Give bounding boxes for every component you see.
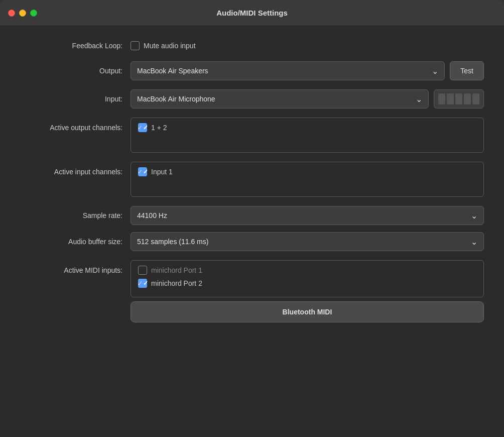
active-input-channels-label: Active input channels: (20, 162, 131, 176)
traffic-lights (8, 10, 37, 17)
output-dropdown-value: MacBook Air Speakers (137, 67, 208, 75)
mute-audio-checkbox[interactable] (131, 41, 140, 50)
midi-input-1-label: minichord Port 1 (151, 266, 202, 274)
feedback-loop-row: Feedback Loop: Mute audio input (20, 41, 484, 50)
midi-section-content: minichord Port 1 ✓ minichord Port 2 Blue… (131, 260, 484, 322)
audio-buffer-size-dropdown[interactable]: 512 samples (11.6 ms) ⌄ (131, 232, 484, 251)
sample-rate-content: 44100 Hz ⌄ (131, 206, 484, 225)
input-channel-item-1: ✓ Input 1 (138, 167, 476, 176)
window-title: Audio/MIDI Settings (216, 9, 288, 17)
active-output-channels-box: ✓ 1 + 2 (131, 118, 484, 153)
active-midi-inputs-row: Active MIDI inputs: minichord Port 1 ✓ m… (20, 260, 484, 322)
sample-rate-dropdown-arrow-icon: ⌄ (471, 211, 477, 221)
bluetooth-midi-button[interactable]: Bluetooth MIDI (131, 301, 484, 322)
input-dropdown-value: MacBook Air Microphone (137, 95, 215, 103)
midi-input-1-checkbox[interactable] (138, 266, 147, 275)
active-midi-inputs-label: Active MIDI inputs: (20, 260, 131, 274)
audio-buffer-size-content: 512 samples (11.6 ms) ⌄ (131, 232, 484, 251)
audio-buffer-size-row: Audio buffer size: 512 samples (11.6 ms)… (20, 232, 484, 251)
mute-audio-checkbox-label[interactable]: Mute audio input (131, 41, 196, 50)
settings-content: Feedback Loop: Mute audio input Output: … (0, 26, 504, 437)
meter-bar-5 (472, 93, 479, 104)
maximize-button[interactable] (30, 10, 37, 17)
input-content: MacBook Air Microphone ⌄ (131, 89, 484, 108)
sample-rate-label: Sample rate: (20, 211, 131, 220)
meter-bar-4 (464, 93, 471, 104)
audio-buffer-size-dropdown-arrow-icon: ⌄ (471, 237, 477, 247)
input-row: Input: MacBook Air Microphone ⌄ (20, 89, 484, 108)
feedback-loop-label: Feedback Loop: (20, 42, 131, 50)
input-dropdown[interactable]: MacBook Air Microphone ⌄ (131, 89, 429, 108)
active-input-channels-row: Active input channels: ✓ Input 1 (20, 162, 484, 197)
midi-input-2-label: minichord Port 2 (151, 279, 202, 287)
active-output-channels-label: Active output channels: (20, 118, 131, 132)
feedback-loop-content: Mute audio input (131, 41, 484, 50)
mute-audio-label: Mute audio input (144, 42, 196, 50)
input-channel-1-label: Input 1 (151, 168, 173, 176)
input-label: Input: (20, 95, 131, 103)
meter-bar-1 (438, 93, 445, 104)
output-dropdown-arrow-icon: ⌄ (432, 66, 438, 76)
level-meter (434, 89, 484, 108)
meter-bar-2 (447, 93, 454, 104)
minimize-button[interactable] (19, 10, 26, 17)
midi-inputs-box: minichord Port 1 ✓ minichord Port 2 (131, 260, 484, 297)
output-content: MacBook Air Speakers ⌄ Test (131, 61, 484, 80)
output-channel-item-1: ✓ 1 + 2 (138, 123, 476, 132)
active-output-channels-content: ✓ 1 + 2 (131, 118, 484, 153)
close-button[interactable] (8, 10, 15, 17)
midi-input-2-checkbox[interactable]: ✓ (138, 279, 147, 288)
test-button[interactable]: Test (450, 61, 484, 80)
active-output-channels-row: Active output channels: ✓ 1 + 2 (20, 118, 484, 153)
output-channel-1-checkbox[interactable]: ✓ (138, 123, 147, 132)
midi-input-item-1: minichord Port 1 (138, 266, 476, 275)
app-window: Audio/MIDI Settings Feedback Loop: Mute … (0, 0, 504, 437)
input-channel-1-checkbox[interactable]: ✓ (138, 167, 147, 176)
output-row: Output: MacBook Air Speakers ⌄ Test (20, 61, 484, 80)
active-input-channels-box: ✓ Input 1 (131, 162, 484, 197)
audio-buffer-size-value: 512 samples (11.6 ms) (137, 238, 208, 246)
input-dropdown-arrow-icon: ⌄ (416, 94, 422, 104)
sample-rate-value: 44100 Hz (137, 211, 167, 220)
output-channel-1-label: 1 + 2 (151, 124, 167, 132)
sample-rate-row: Sample rate: 44100 Hz ⌄ (20, 206, 484, 225)
midi-input-item-2: ✓ minichord Port 2 (138, 279, 476, 288)
meter-bar-3 (455, 93, 462, 104)
active-input-channels-content: ✓ Input 1 (131, 162, 484, 197)
output-label: Output: (20, 67, 131, 75)
audio-buffer-size-label: Audio buffer size: (20, 238, 131, 246)
title-bar: Audio/MIDI Settings (0, 0, 504, 26)
output-dropdown[interactable]: MacBook Air Speakers ⌄ (131, 61, 445, 80)
sample-rate-dropdown[interactable]: 44100 Hz ⌄ (131, 206, 484, 225)
